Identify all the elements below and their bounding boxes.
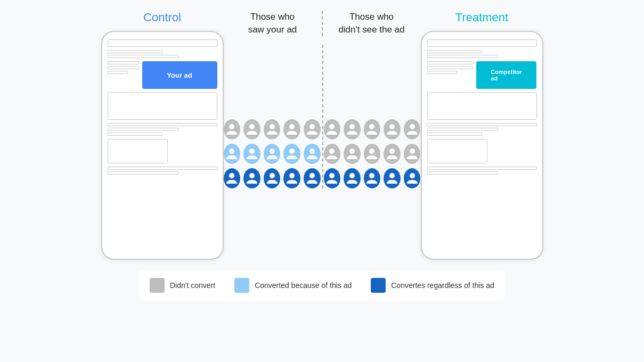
person-lb-4 [283,144,300,164]
person-bl-1 [224,168,241,188]
header-saw: Those whosaw your ad [224,11,322,36]
person-lb-8g [364,144,381,164]
treatment-container: Treatment Competitorad [421,11,543,260]
svg-point-7 [369,124,374,129]
header-saw-text: Those whosaw your ad [248,11,297,36]
middle-headers: Those whosaw your ad Those whodidn't see… [224,11,421,36]
ph-lines-3 [108,167,217,175]
svg-point-11 [249,149,255,154]
person-bl-6 [324,168,341,188]
svg-point-8 [389,124,395,129]
ph-rect-2 [108,139,168,163]
ph-lines-2 [108,123,217,136]
svg-point-9 [410,124,415,129]
people-divider [322,45,323,188]
svg-point-15 [329,149,335,154]
control-container: Control Your ad [101,11,224,260]
person-bl-2 [243,168,260,188]
control-phone: Your ad [101,31,224,260]
person-bl-7 [344,168,361,188]
legend-swatch-gray [150,278,165,293]
ph-t-bar-1 [427,39,537,47]
person-lb-9g [384,144,401,164]
svg-point-22 [270,173,275,178]
ph-bar-1 [108,39,217,47]
ph-rect-1 [108,92,217,120]
your-ad-block: Your ad [142,61,217,89]
ph-row-ad: Your ad [108,61,217,89]
svg-point-26 [349,173,355,178]
svg-point-12 [270,149,275,154]
treatment-phone: Competitorad [421,31,543,260]
svg-point-3 [289,124,295,129]
ph-lines-1 [108,50,217,58]
svg-point-17 [369,149,374,154]
person-gray-6 [324,119,341,139]
person-bl-4 [283,168,300,188]
svg-point-25 [329,173,335,178]
svg-point-24 [309,173,315,178]
legend-label-gray: Didn't convert [170,281,215,290]
ph-t-rect-2 [427,139,487,163]
header-didnt-text: Those whodidn't see the ad [338,11,404,36]
person-bl-5 [304,168,321,188]
person-lb-7g [344,144,361,164]
person-bl-8 [364,168,381,188]
ph-t-lines-3 [427,167,537,175]
person-gray-2 [243,119,260,139]
svg-point-20 [229,173,234,178]
header-didnt: Those whodidn't see the ad [323,11,421,36]
svg-point-2 [270,124,275,129]
people-area [224,45,421,188]
svg-point-14 [309,149,315,154]
ph-t-lines-1 [427,50,537,58]
person-gray-1 [224,119,241,139]
diagram-area: Control Your ad [0,11,644,260]
person-gray-9 [384,119,401,139]
svg-point-1 [249,124,255,129]
legend-swatch-blue [371,278,386,293]
person-lb-1 [224,144,241,164]
legend-item-blue: Convertes regardless of this ad [371,278,494,293]
svg-point-5 [329,124,335,129]
person-bl-3 [264,168,281,188]
svg-point-19 [410,149,415,154]
svg-point-23 [289,173,295,178]
svg-point-6 [349,124,355,129]
svg-point-28 [389,173,395,178]
person-lb-6g [324,144,341,164]
svg-point-18 [389,149,395,154]
ph-t-row-ad: Competitorad [427,61,537,89]
svg-point-0 [229,124,234,129]
treatment-label: Treatment [455,11,508,24]
person-lb-2 [243,144,260,164]
legend-label-blue: Convertes regardless of this ad [391,281,494,290]
person-gray-7 [344,119,361,139]
legend-swatch-lightblue [234,278,249,293]
ph-left [108,61,139,74]
person-lb-10g [404,144,421,164]
person-lb-5 [304,144,321,164]
svg-point-21 [249,173,255,178]
svg-point-16 [349,149,355,154]
svg-point-4 [309,124,315,129]
person-gray-10 [404,119,421,139]
legend-item-lightblue: Converted because of this ad [234,278,352,293]
competitor-ad-block: Competitorad [476,61,536,89]
legend-item-gray: Didn't convert [150,278,215,293]
svg-point-10 [229,149,234,154]
control-label: Control [143,11,181,24]
person-bl-9 [384,168,401,188]
svg-point-27 [369,173,374,178]
svg-point-13 [289,149,295,154]
legend-label-lightblue: Converted because of this ad [255,281,352,290]
person-lb-3 [264,144,281,164]
person-gray-3 [264,119,281,139]
ph-t-lines-2 [427,123,537,136]
svg-point-29 [410,173,415,178]
ph-t-rect-1 [427,92,537,120]
person-gray-8 [364,119,381,139]
person-gray-5 [304,119,321,139]
main-container: Control Your ad [0,0,644,362]
ph-t-left [427,61,474,74]
